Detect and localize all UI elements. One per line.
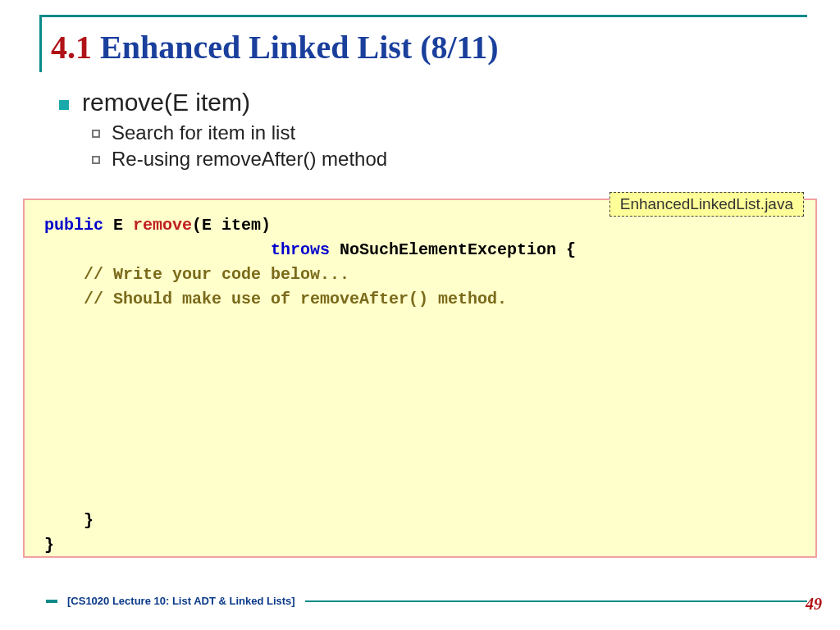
keyword: throws bbox=[271, 240, 330, 259]
section-number: 4.1 bbox=[51, 29, 92, 66]
file-name-tag: EnhancedLinkedList.java bbox=[609, 192, 804, 217]
code-box: public E remove(E item) throws NoSuchEle… bbox=[23, 199, 817, 558]
comment-line: // Should make use of removeAfter() meth… bbox=[44, 290, 507, 308]
code-line: public E remove(E item) bbox=[44, 216, 271, 235]
code-text: NoSuchElementException { bbox=[330, 240, 576, 259]
bullet-text: remove(E item) bbox=[82, 89, 250, 116]
footer-text: [CS1020 Lecture 10: List ADT & Linked Li… bbox=[67, 595, 295, 607]
bullet-level1: remove(E item) bbox=[59, 89, 791, 116]
footer-rule bbox=[305, 600, 807, 602]
page-number: 49 bbox=[806, 595, 822, 614]
keyword: public bbox=[44, 216, 103, 235]
top-rule bbox=[39, 15, 807, 17]
comment-line: // Write your code below... bbox=[44, 265, 349, 284]
left-rule bbox=[39, 15, 42, 72]
bullet-hollow-square-icon bbox=[92, 130, 100, 138]
bullet-text: Search for item in list bbox=[112, 121, 295, 144]
code-line: } bbox=[44, 511, 94, 530]
slide-title: 4.1 Enhanced Linked List (8/11) bbox=[51, 28, 499, 66]
bullet-level2: Re-using removeAfter() method bbox=[92, 148, 791, 171]
bullet-level2: Search for item in list bbox=[92, 121, 791, 144]
code-line: throws NoSuchElementException { bbox=[44, 240, 576, 259]
bullet-list: remove(E item) Search for item in list R… bbox=[59, 89, 791, 171]
code-text: E bbox=[103, 216, 133, 235]
title-text: Enhanced Linked List (8/11) bbox=[100, 29, 499, 66]
code-line: } bbox=[44, 536, 54, 555]
slide: 4.1 Enhanced Linked List (8/11) remove(E… bbox=[0, 0, 840, 630]
bullet-hollow-square-icon bbox=[92, 156, 100, 164]
code-text: (E item) bbox=[192, 216, 271, 235]
code-pad bbox=[44, 240, 271, 259]
footer: [CS1020 Lecture 10: List ADT & Linked Li… bbox=[46, 595, 807, 607]
footer-dash-icon bbox=[46, 600, 57, 603]
method-name: remove bbox=[133, 216, 192, 235]
bullet-text: Re-using removeAfter() method bbox=[112, 148, 387, 171]
bullet-square-icon bbox=[59, 100, 69, 110]
